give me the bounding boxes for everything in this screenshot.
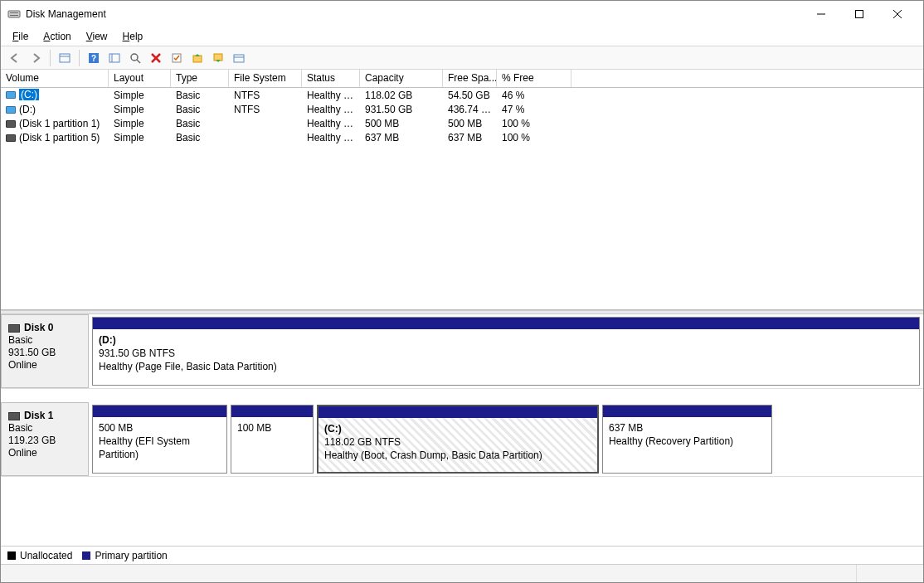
settings-button[interactable]	[105, 49, 124, 67]
disk-status: Online	[8, 447, 81, 459]
col-pctfree[interactable]: % Free	[497, 70, 571, 87]
show-hide-button[interactable]	[56, 49, 74, 67]
find-button[interactable]	[126, 49, 144, 67]
volume-capacity: 931.50 GB	[360, 104, 443, 115]
volume-pct: 100 %	[497, 132, 571, 143]
volume-pct: 46 %	[497, 90, 571, 101]
disk-status: Online	[8, 359, 81, 371]
col-type[interactable]: Type	[171, 70, 229, 87]
svg-text:?: ?	[91, 54, 96, 63]
col-layout[interactable]: Layout	[109, 70, 171, 87]
svg-rect-19	[214, 54, 222, 61]
app-icon	[7, 7, 21, 21]
statusbar	[1, 564, 923, 582]
partition-status: Healthy (Recovery Partition)	[609, 435, 733, 447]
toolbar-separator	[79, 50, 80, 66]
disk-icon	[8, 412, 20, 420]
volume-status: Healthy (B...	[302, 90, 360, 101]
volume-status: Healthy (P...	[302, 104, 360, 115]
drive-icon	[6, 91, 16, 99]
volume-type: Basic	[171, 90, 229, 101]
menu-view[interactable]: View	[80, 29, 114, 44]
col-capacity[interactable]: Capacity	[360, 70, 443, 87]
volume-capacity: 500 MB	[360, 118, 443, 129]
col-filesystem[interactable]: File System	[229, 70, 302, 87]
minimize-button[interactable]	[802, 1, 840, 27]
extend-button[interactable]	[188, 49, 207, 67]
partition-size: 500 MB	[99, 422, 133, 434]
col-volume[interactable]: Volume	[1, 70, 109, 87]
partition-size: 931.50 GB NTFS	[99, 347, 175, 359]
disk-size: 119.23 GB	[8, 435, 81, 446]
back-button[interactable]	[6, 49, 24, 67]
svg-line-14	[137, 60, 140, 63]
partition-block[interactable]: (D:) 931.50 GB NTFS Healthy (Page File, …	[92, 317, 920, 386]
refresh-button[interactable]	[230, 49, 248, 67]
disk-type: Basic	[8, 334, 81, 346]
partition-header	[319, 406, 597, 418]
col-freespace[interactable]: Free Spa...	[443, 70, 497, 87]
volume-layout: Simple	[109, 90, 171, 101]
svg-rect-4	[856, 11, 863, 18]
help-button[interactable]: ?	[85, 49, 103, 67]
shrink-button[interactable]	[209, 49, 227, 67]
partition-block[interactable]: 100 MB	[231, 405, 314, 474]
partition-header	[93, 406, 226, 417]
menu-help[interactable]: Help	[116, 29, 150, 44]
volume-type: Basic	[171, 104, 229, 115]
volume-fs: NTFS	[229, 90, 302, 101]
volume-status: Healthy (R...	[302, 132, 360, 143]
svg-rect-2	[10, 15, 18, 16]
volume-name: (D:)	[19, 104, 36, 115]
window-title: Disk Management	[26, 8, 802, 20]
toolbar: ?	[1, 46, 923, 70]
disk-label[interactable]: Disk 0 Basic 931.50 GB Online	[1, 314, 89, 388]
titlebar: Disk Management	[1, 1, 923, 27]
volume-row[interactable]: (Disk 1 partition 5) Simple Basic Health…	[1, 130, 923, 144]
volume-row[interactable]: (C:) Simple Basic NTFS Healthy (B... 118…	[1, 88, 923, 102]
col-status[interactable]: Status	[302, 70, 360, 87]
partition-block[interactable]: (C:) 118.02 GB NTFS Healthy (Boot, Crash…	[317, 405, 599, 474]
disk-label[interactable]: Disk 1 Basic 119.23 GB Online	[1, 402, 89, 476]
partition-block[interactable]: 500 MB Healthy (EFI System Partition)	[92, 405, 227, 474]
menu-file[interactable]: File	[6, 29, 35, 44]
legend-primary: Primary partition	[82, 550, 167, 561]
swatch-icon	[82, 551, 90, 560]
disk-name: Disk 0	[24, 322, 53, 333]
partition-title: (C:)	[324, 423, 342, 435]
status-cell	[857, 565, 923, 582]
volume-row[interactable]: (Disk 1 partition 1) Simple Basic Health…	[1, 116, 923, 130]
svg-rect-1	[10, 12, 18, 13]
close-button[interactable]	[878, 1, 917, 27]
partitions: (D:) 931.50 GB NTFS Healthy (Page File, …	[89, 314, 923, 388]
volume-free: 637 MB	[443, 132, 497, 143]
volume-type: Basic	[171, 118, 229, 129]
disk-row: Disk 0 Basic 931.50 GB Online (D:) 931.5…	[1, 314, 923, 389]
volume-free: 500 MB	[443, 118, 497, 129]
partitions: 500 MB Healthy (EFI System Partition) 10…	[89, 402, 923, 476]
volume-fs: NTFS	[229, 104, 302, 115]
partition-icon	[6, 120, 16, 128]
properties-button[interactable]	[168, 49, 186, 67]
legend-unallocated: Unallocated	[7, 550, 72, 561]
partition-block[interactable]: 637 MB Healthy (Recovery Partition)	[602, 405, 772, 474]
maximize-button[interactable]	[840, 1, 878, 27]
volume-layout: Simple	[109, 132, 171, 143]
column-headers: Volume Layout Type File System Status Ca…	[1, 70, 923, 88]
partition-header	[231, 406, 313, 417]
forward-button[interactable]	[27, 49, 45, 67]
volume-free: 54.50 GB	[443, 90, 497, 101]
volume-type: Basic	[171, 132, 229, 143]
volume-name: (C:)	[19, 89, 39, 100]
delete-button[interactable]	[147, 49, 165, 67]
partition-size: 118.02 GB NTFS	[324, 436, 401, 448]
volume-layout: Simple	[109, 118, 171, 129]
partition-size: 100 MB	[237, 422, 271, 434]
svg-rect-11	[109, 54, 119, 62]
disk-icon	[8, 324, 20, 333]
volume-list: Volume Layout Type File System Status Ca…	[1, 70, 923, 310]
volume-pct: 47 %	[497, 104, 571, 115]
menu-action[interactable]: Action	[36, 29, 77, 44]
volume-row[interactable]: (D:) Simple Basic NTFS Healthy (P... 931…	[1, 102, 923, 116]
svg-rect-18	[193, 56, 202, 62]
